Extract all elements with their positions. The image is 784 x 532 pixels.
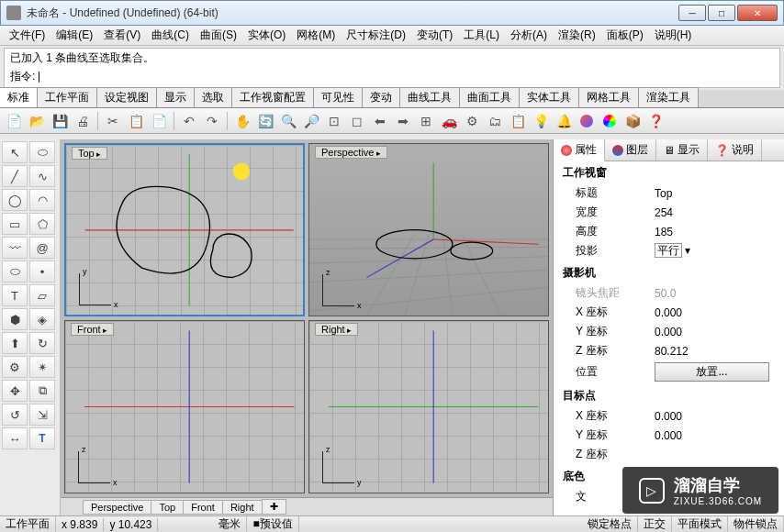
vtab-persp[interactable]: Perspective [83, 500, 151, 515]
zoom-ext-icon[interactable]: ⊡ [324, 111, 344, 131]
undo-icon[interactable] [179, 111, 199, 131]
status-osnap[interactable]: 物件锁点 [728, 516, 784, 532]
ellipse-icon[interactable]: ⬭ [2, 260, 28, 283]
options-icon[interactable]: ⚙ [462, 111, 482, 131]
projection-select[interactable]: 平行 [655, 243, 682, 258]
open-icon[interactable] [27, 111, 47, 131]
vtab-add[interactable]: ✚ [262, 499, 286, 515]
tab-display[interactable]: 显示 [156, 87, 195, 107]
tab-transform[interactable]: 变动 [362, 87, 400, 107]
fwd-icon[interactable]: ➡ [393, 111, 413, 131]
layer-icon[interactable]: 🗂 [485, 111, 505, 131]
val-camx[interactable]: 0.000 [655, 306, 784, 319]
scale-icon[interactable]: ⇲ [29, 404, 55, 426]
mesh-icon[interactable]: ◈ [29, 308, 55, 330]
box-icon[interactable]: 📦 [622, 111, 643, 131]
render-icon[interactable]: 🔔 [554, 111, 574, 131]
gear-icon[interactable]: ⚙ [2, 356, 28, 378]
tab-rendertools[interactable]: 渲染工具 [638, 87, 699, 107]
menu-render[interactable]: 渲染(R) [553, 26, 601, 45]
menu-dim[interactable]: 尺寸标注(D) [341, 26, 411, 45]
car-icon[interactable]: 🚗 [439, 111, 459, 131]
status-plane[interactable]: 工作平面 [0, 516, 56, 532]
copy-icon[interactable]: ⧉ [29, 380, 55, 402]
menu-solid[interactable]: 实体(O) [242, 26, 291, 45]
line-icon[interactable]: ╱ [2, 165, 28, 187]
revolve-icon[interactable]: ↻ [29, 332, 55, 354]
material-icon[interactable] [577, 111, 597, 131]
status-ortho[interactable]: 正交 [638, 516, 672, 532]
tab-layout[interactable]: 工作视窗配置 [231, 87, 314, 107]
rotate-icon[interactable] [255, 111, 275, 131]
close-button[interactable]: ✕ [737, 5, 778, 21]
val-ty[interactable]: 0.000 [655, 429, 784, 442]
menu-edit[interactable]: 编辑(E) [50, 26, 98, 45]
status-preset[interactable]: ■预设值 [247, 516, 298, 532]
minimize-button[interactable]: ─ [678, 5, 706, 21]
viewport-label[interactable]: Top [72, 147, 107, 160]
redo-icon[interactable] [202, 111, 222, 131]
viewport-perspective[interactable]: Perspective xz [308, 143, 549, 316]
ptab-attr[interactable]: 属性 [554, 139, 605, 161]
val-camy[interactable]: 0.000 [655, 326, 784, 338]
prop-icon[interactable]: 📋 [508, 111, 528, 131]
menu-file[interactable]: 文件(F) [4, 26, 50, 45]
cut-icon[interactable] [103, 111, 123, 131]
tab-surftools[interactable]: 曲面工具 [459, 87, 520, 107]
menu-transform[interactable]: 变动(T) [411, 26, 458, 45]
tab-meshtools[interactable]: 网格工具 [578, 87, 639, 107]
tab-solidtools[interactable]: 实体工具 [519, 87, 579, 107]
text-icon[interactable]: T [2, 284, 28, 306]
val-tx[interactable]: 0.000 [655, 410, 784, 423]
new-icon[interactable] [4, 111, 24, 131]
tab-curvetools[interactable]: 曲线工具 [399, 87, 460, 107]
back-icon[interactable]: ⬅ [370, 111, 390, 131]
polygon-icon[interactable]: ⬠ [29, 213, 55, 235]
shade-icon[interactable]: 💡 [531, 111, 551, 131]
status-snap[interactable]: 锁定格点 [582, 516, 638, 532]
viewport-right[interactable]: Right yz [308, 320, 549, 493]
help-icon[interactable]: ❓ [645, 111, 666, 131]
rotate-tool-icon[interactable]: ↺ [2, 404, 28, 426]
text3d-icon[interactable]: T [29, 427, 55, 449]
viewport-front[interactable]: Front xz [64, 320, 305, 493]
extrude-icon[interactable]: ⬆ [2, 332, 28, 354]
viewport-label[interactable]: Right [315, 323, 358, 336]
pan-icon[interactable] [232, 111, 252, 131]
viewport-top[interactable]: Top xy [64, 143, 305, 316]
ptab-display[interactable]: 🖥显示 [656, 139, 708, 161]
zoom-sel-icon[interactable]: ◻ [347, 111, 367, 131]
color-icon[interactable] [599, 111, 620, 131]
menu-analyze[interactable]: 分析(A) [505, 26, 553, 45]
viewport-label[interactable]: Perspective [315, 146, 387, 159]
vtab-top[interactable]: Top [151, 500, 184, 515]
solid-icon[interactable]: ⬢ [2, 308, 28, 330]
tab-setview[interactable]: 设定视图 [96, 87, 157, 107]
paste-icon[interactable] [149, 111, 169, 131]
viewport-label[interactable]: Front [71, 323, 114, 336]
menu-panel[interactable]: 面板(P) [601, 26, 649, 45]
arc-icon[interactable]: ◠ [29, 189, 55, 211]
status-planar[interactable]: 平面模式 [672, 516, 728, 532]
print-icon[interactable] [73, 111, 93, 131]
polyline-icon[interactable]: ∿ [29, 165, 55, 187]
dim-icon[interactable]: ↔ [2, 427, 28, 449]
menu-tools[interactable]: 工具(L) [458, 26, 505, 45]
4view-icon[interactable]: ⊞ [416, 111, 436, 131]
menu-help[interactable]: 说明(H) [649, 26, 698, 45]
place-button[interactable]: 放置... [655, 362, 769, 382]
rect-icon[interactable]: ▭ [2, 213, 28, 235]
arrow-icon[interactable]: ↖ [2, 141, 28, 163]
circle-icon[interactable]: ◯ [2, 189, 28, 211]
move-icon[interactable]: ✥ [2, 380, 28, 402]
zoom-out-icon[interactable] [301, 111, 321, 131]
command-prompt[interactable]: 指令: [5, 68, 779, 87]
ptab-layer[interactable]: 图层 [605, 139, 656, 161]
tab-select[interactable]: 选取 [194, 87, 232, 107]
menu-surface[interactable]: 曲面(S) [195, 26, 242, 45]
curve-icon[interactable]: 〰 [2, 237, 28, 259]
lasso-icon[interactable]: ⬭ [29, 141, 55, 163]
vtab-front[interactable]: Front [183, 500, 223, 515]
menu-view[interactable]: 查看(V) [98, 26, 146, 45]
tab-standard[interactable]: 标准 [0, 87, 38, 107]
